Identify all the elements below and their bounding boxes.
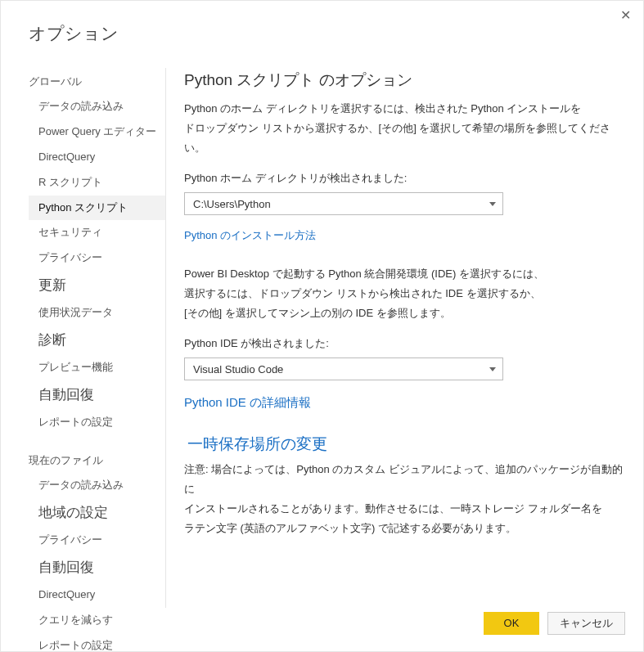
- chevron-down-icon: [489, 202, 496, 206]
- close-button[interactable]: ✕: [617, 7, 633, 24]
- sidebar-item-cf-data-load[interactable]: データの読み込み: [29, 473, 165, 498]
- sidebar-item-update[interactable]: 更新: [29, 271, 165, 300]
- home-dir-value: C:\Users\Python: [193, 198, 271, 210]
- temp-location-heading[interactable]: 一時保存場所の変更: [187, 434, 625, 455]
- home-desc-line2: ドロップダウン リストから選択するか、[その他] を選択して希望の場所を参照して…: [184, 122, 610, 154]
- home-description: Python のホーム ディレクトリを選択するには、検出された Python イ…: [184, 99, 625, 158]
- sidebar-item-diagnostics[interactable]: 診断: [29, 326, 165, 355]
- sidebar-item-report-settings[interactable]: レポートの設定: [29, 410, 165, 435]
- main-panel: Python スクリプト のオプション Python のホーム ディレクトリを選…: [166, 68, 643, 608]
- temp-desc-line2: インストールされることがあります。動作させるには、一時ストレージ フォルダー名を: [184, 502, 602, 515]
- temp-desc-line1: 注意: 場合によっては、Python のカスタム ビジュアルによって、追加のパッ…: [184, 463, 623, 495]
- sidebar-item-power-query[interactable]: Power Query エディター: [29, 119, 165, 145]
- close-icon: ✕: [620, 8, 631, 22]
- sidebar-item-autorecover[interactable]: 自動回復: [29, 380, 165, 410]
- ide-value: Visual Studio Code: [193, 363, 283, 375]
- sidebar-item-cf-reduce-queries[interactable]: クエリを減らす: [29, 608, 165, 633]
- sidebar-item-preview[interactable]: プレビュー機能: [29, 355, 165, 380]
- sidebar-item-r-script[interactable]: R スクリプト: [29, 170, 165, 196]
- sidebar-item-cf-autorecover[interactable]: 自動回復: [29, 553, 165, 582]
- temp-desc-line3: ラテン文字 (英語のアルファベット文字) で記述する必要があります。: [184, 522, 516, 534]
- sidebar: グローバル データの読み込み Power Query エディター DirectQ…: [29, 68, 166, 608]
- sidebar-item-cf-privacy[interactable]: プライバシー: [29, 528, 165, 553]
- chevron-down-icon: [489, 367, 496, 371]
- sidebar-item-cf-regional[interactable]: 地域の設定: [29, 498, 165, 528]
- sidebar-item-privacy[interactable]: プライバシー: [29, 245, 165, 271]
- ide-desc-line1: Power BI Desktop で起動する Python 統合開発環境 (ID…: [184, 268, 544, 280]
- home-desc-line1: Python のホーム ディレクトリを選択するには、検出された Python イ…: [184, 102, 581, 115]
- dialog-title: オプション: [1, 1, 643, 45]
- sidebar-item-directquery[interactable]: DirectQuery: [29, 145, 165, 170]
- sidebar-section-global: グローバル: [29, 68, 165, 94]
- temp-location-description: 注意: 場合によっては、Python のカスタム ビジュアルによって、追加のパッ…: [184, 460, 625, 538]
- sidebar-item-security[interactable]: セキュリティ: [29, 220, 165, 245]
- ide-label: Python IDE が検出されました:: [184, 336, 625, 351]
- python-ide-info-link[interactable]: Python IDE の詳細情報: [184, 395, 625, 411]
- python-install-link[interactable]: Python のインストール方法: [184, 228, 625, 243]
- sidebar-item-data-load[interactable]: データの読み込み: [29, 94, 165, 119]
- sidebar-section-current-file: 現在のファイル: [29, 447, 165, 473]
- sidebar-item-usage-data[interactable]: 使用状況データ: [29, 300, 165, 326]
- ok-button[interactable]: OK: [484, 612, 539, 635]
- dialog-footer: OK キャンセル: [484, 612, 625, 635]
- ide-desc-line2: 選択するには、ドロップダウン リストから検出された IDE を選択するか、: [184, 287, 541, 299]
- home-dir-dropdown[interactable]: C:\Users\Python: [184, 192, 503, 215]
- sidebar-item-cf-report-settings[interactable]: レポートの設定: [29, 633, 165, 652]
- sidebar-item-python-script[interactable]: Python スクリプト: [29, 196, 165, 221]
- sidebar-item-cf-directquery[interactable]: DirectQuery: [29, 582, 165, 608]
- cancel-button[interactable]: キャンセル: [547, 612, 625, 635]
- ide-dropdown[interactable]: Visual Studio Code: [184, 357, 503, 380]
- home-dir-label: Python ホーム ディレクトリが検出されました:: [184, 171, 625, 186]
- section-heading: Python スクリプト のオプション: [184, 70, 625, 91]
- ide-description: Power BI Desktop で起動する Python 統合開発環境 (ID…: [184, 264, 625, 323]
- ide-desc-line3: [その他] を選択してマシン上の別の IDE を参照します。: [184, 307, 451, 319]
